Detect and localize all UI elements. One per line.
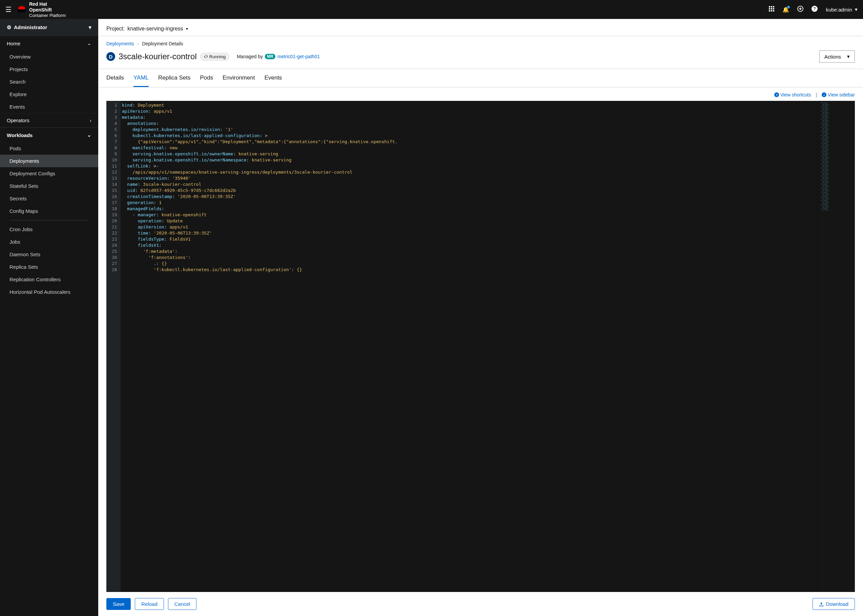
- view-sidebar-link[interactable]: iView sidebar: [822, 92, 855, 97]
- tab[interactable]: Environment: [222, 69, 255, 87]
- sidebar-item[interactable]: Stateful Sets: [0, 180, 98, 192]
- caret-down-icon: ▾: [186, 27, 188, 31]
- help-icon: ?: [774, 93, 779, 97]
- hamburger-icon[interactable]: ☰: [5, 5, 11, 14]
- svg-rect-7: [769, 10, 770, 11]
- actions-button[interactable]: Actions▾: [819, 50, 855, 63]
- svg-rect-9: [773, 10, 774, 11]
- sidebar-item[interactable]: Daemon Sets: [0, 248, 98, 261]
- svg-text:?: ?: [776, 93, 778, 97]
- breadcrumb-deployments[interactable]: Deployments: [106, 41, 134, 46]
- tab[interactable]: Events: [265, 69, 282, 87]
- sidebar-item[interactable]: Replica Sets: [0, 261, 98, 273]
- tab[interactable]: YAML: [134, 69, 149, 87]
- svg-rect-6: [773, 8, 774, 9]
- download-button[interactable]: Download: [813, 598, 855, 610]
- managed-by: Managed by MR metric01-get-path01: [237, 54, 320, 59]
- nav-workloads[interactable]: Workloads⌄: [0, 127, 98, 142]
- resource-badge: D: [106, 52, 115, 61]
- status-badge: Running: [200, 53, 229, 61]
- sidebar-item[interactable]: Overview: [0, 50, 98, 63]
- line-gutter: 1234567891011121314151617181920212223242…: [106, 101, 121, 592]
- svg-rect-2: [771, 6, 772, 8]
- yaml-editor[interactable]: 1234567891011121314151617181920212223242…: [106, 101, 855, 592]
- sidebar-item[interactable]: Jobs: [0, 236, 98, 248]
- project-selector[interactable]: Project: knative-serving-ingress ▾: [98, 19, 863, 36]
- save-button[interactable]: Save: [106, 598, 131, 610]
- breadcrumb: Deployments › Deployment Details: [98, 36, 863, 49]
- bell-icon[interactable]: 🔔: [783, 6, 789, 13]
- chevron-down-icon: ⌄: [87, 40, 91, 46]
- sidebar-item[interactable]: Cron Jobs: [0, 223, 98, 236]
- apps-icon[interactable]: [769, 6, 774, 13]
- chevron-right-icon: ›: [137, 42, 139, 46]
- sidebar-item[interactable]: Projects: [0, 63, 98, 75]
- help-icon[interactable]: ?: [811, 6, 817, 13]
- minimap[interactable]: ▬▬▬ ▬▬▬▬▬▬ ▬▬▬ ▬▬▬▬▬▬ ▬▬▬ ▬▬▬▬▬▬ ▬▬▬ ▬▬▬…: [817, 101, 855, 592]
- tabs: DetailsYAMLReplica SetsPodsEnvironmentEv…: [98, 69, 863, 87]
- sidebar-item[interactable]: Pods: [0, 142, 98, 155]
- sync-icon: [204, 55, 208, 58]
- view-shortcuts-link[interactable]: ?View shortcuts: [774, 92, 811, 97]
- redhat-icon: [17, 5, 27, 14]
- caret-down-icon: ▾: [89, 24, 91, 30]
- logo[interactable]: Red Hat OpenShift Container Platform: [17, 1, 769, 18]
- sidebar: ⚙Administrator▾ Home⌄ OverviewProjectsSe…: [0, 19, 98, 616]
- sidebar-item[interactable]: Search: [0, 75, 98, 88]
- svg-rect-3: [773, 6, 774, 8]
- sidebar-item[interactable]: Explore: [0, 88, 98, 101]
- download-icon: [819, 602, 824, 607]
- info-icon: i: [822, 93, 827, 97]
- sidebar-item[interactable]: Replication Controllers: [0, 273, 98, 286]
- caret-down-icon: ▾: [855, 6, 858, 13]
- sidebar-item[interactable]: Events: [0, 101, 98, 113]
- sidebar-item[interactable]: Deployment Configs: [0, 167, 98, 180]
- sidebar-item[interactable]: Secrets: [0, 192, 98, 205]
- svg-rect-8: [771, 10, 772, 11]
- nav-operators[interactable]: Operators›: [0, 113, 98, 127]
- sidebar-item[interactable]: Config Maps: [0, 205, 98, 217]
- nav-home[interactable]: Home⌄: [0, 36, 98, 50]
- tab[interactable]: Pods: [200, 69, 213, 87]
- svg-text:?: ?: [814, 6, 816, 11]
- sidebar-item[interactable]: Horizontal Pod Autoscalers: [0, 286, 98, 298]
- chevron-right-icon: ›: [90, 118, 91, 123]
- sidebar-item[interactable]: Deployments: [0, 155, 98, 167]
- divider: [9, 220, 89, 220]
- page-title: 3scale-kourier-control: [118, 52, 197, 61]
- breadcrumb-current: Deployment Details: [142, 41, 183, 46]
- svg-point-0: [17, 9, 26, 12]
- gear-icon: ⚙: [7, 24, 11, 30]
- reload-button[interactable]: Reload: [135, 598, 164, 610]
- tab[interactable]: Replica Sets: [158, 69, 191, 87]
- topbar: ☰ Red Hat OpenShift Container Platform 🔔…: [0, 0, 863, 19]
- cancel-button[interactable]: Cancel: [168, 598, 197, 610]
- svg-rect-1: [769, 6, 770, 8]
- tab[interactable]: Details: [106, 69, 124, 87]
- svg-rect-5: [771, 8, 772, 9]
- plus-icon[interactable]: [797, 6, 803, 13]
- svg-rect-4: [769, 8, 770, 9]
- perspective-switcher[interactable]: ⚙Administrator▾: [0, 19, 98, 36]
- svg-text:i: i: [824, 93, 825, 97]
- caret-down-icon: ▾: [847, 53, 850, 60]
- chevron-down-icon: ⌄: [87, 132, 91, 138]
- user-menu[interactable]: kube:admin ▾: [826, 6, 858, 13]
- managed-by-link[interactable]: metric01-get-path01: [277, 54, 320, 59]
- mr-badge: MR: [265, 54, 276, 59]
